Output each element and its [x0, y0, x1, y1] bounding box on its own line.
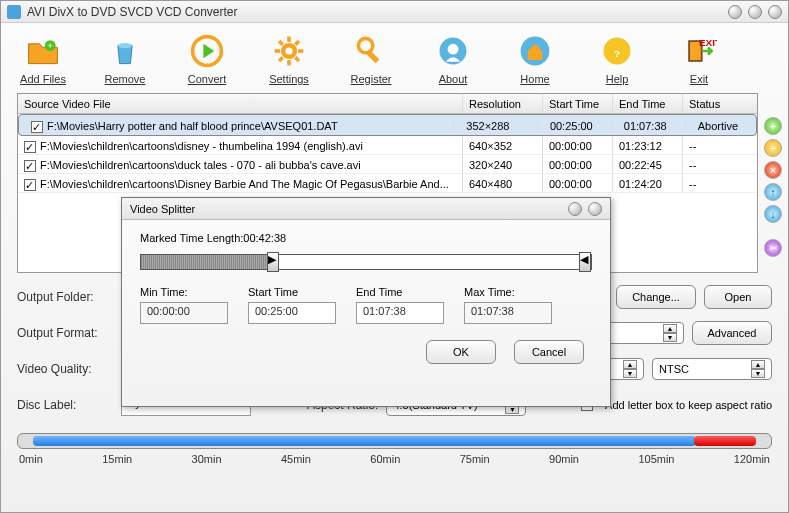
range-slider[interactable]: ▶ ◀ [140, 254, 592, 270]
cancel-button[interactable]: Cancel [514, 340, 584, 364]
slider-handle-left[interactable]: ▶ [267, 252, 279, 272]
ok-button[interactable]: OK [426, 340, 496, 364]
slider-handle-right[interactable]: ◀ [579, 252, 591, 272]
end-time-input[interactable]: 01:07:38 [356, 302, 444, 324]
start-time-label: Start Time [248, 286, 336, 298]
dialog-close-icon[interactable] [588, 202, 602, 216]
dialog-mask: Video Splitter Marked Time Length:00:42:… [1, 1, 788, 512]
dialog-title: Video Splitter [130, 203, 568, 215]
max-time-label: Max Time: [464, 286, 552, 298]
slider-fill [141, 255, 267, 269]
main-window: AVI DivX to DVD SVCD VCD Converter +Add … [0, 0, 789, 513]
dialog-titlebar: Video Splitter [122, 198, 610, 220]
start-time-input[interactable]: 00:25:00 [248, 302, 336, 324]
max-time-field: 01:07:38 [464, 302, 552, 324]
video-splitter-dialog: Video Splitter Marked Time Length:00:42:… [121, 197, 611, 407]
end-time-label: End Time [356, 286, 444, 298]
marked-time-label: Marked Time Length:00:42:38 [140, 232, 592, 244]
dialog-minimize-icon[interactable] [568, 202, 582, 216]
min-time-label: Min Time: [140, 286, 228, 298]
min-time-field: 00:00:00 [140, 302, 228, 324]
